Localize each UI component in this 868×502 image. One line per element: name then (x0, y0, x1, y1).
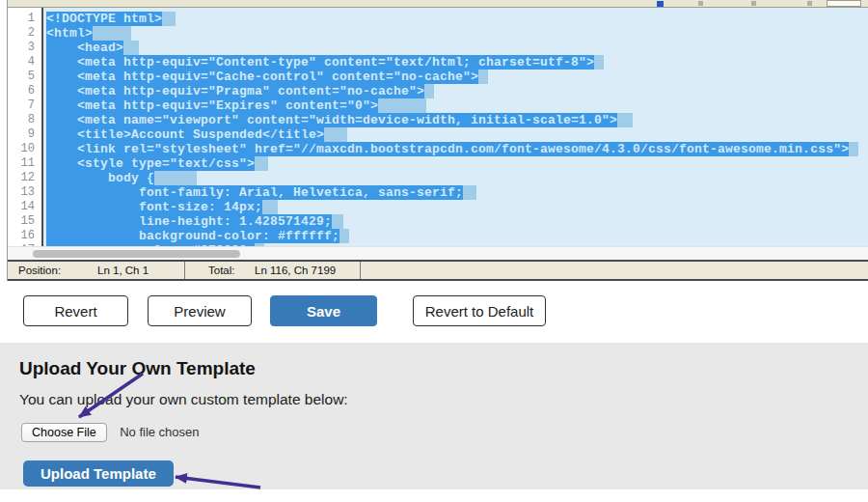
code-line: line-height: 1.428571429; (46, 214, 868, 229)
code-line: <!DOCTYPE html> (46, 12, 868, 26)
upload-template-button[interactable]: Upload Template (23, 460, 174, 487)
position-value: Ln 1, Ch 1 (97, 265, 149, 276)
toolbar-fragment-gray (751, 1, 756, 6)
toolbar-fragment-blue (657, 1, 664, 7)
toolbar-fragment-button[interactable] (827, 0, 861, 7)
code-line: <style type="text/css"> (46, 156, 868, 171)
line-number-gutter: 1234567891011121314151617 (8, 8, 43, 246)
action-button-row: Revert Preview Save Revert to Default (0, 295, 868, 326)
code-line: <meta name="viewport" content="width=dev… (46, 113, 868, 127)
code-line: <meta http-equiv="Cache-control" content… (46, 70, 868, 84)
code-line: background-color: #ffffff; (46, 229, 868, 243)
line-number: 16 (8, 229, 41, 243)
code-editor: 1234567891011121314151617 <!DOCTYPE html… (8, 8, 868, 246)
preview-button[interactable]: Preview (148, 295, 252, 326)
line-number: 2 (8, 26, 41, 41)
no-file-chosen-text: No file chosen (120, 423, 199, 442)
line-number: 7 (8, 98, 41, 113)
file-input-row: Choose File No file chosen (21, 423, 200, 442)
code-line: font-family: Arial, Helvetica, sans-seri… (46, 185, 868, 200)
line-number: 6 (8, 84, 41, 98)
line-number: 15 (8, 214, 41, 229)
line-number: 8 (8, 113, 41, 127)
line-number: 9 (8, 127, 41, 142)
line-number: 1 (8, 12, 41, 26)
line-number: 14 (8, 200, 41, 214)
status-divider (184, 262, 185, 279)
line-number: 12 (8, 171, 41, 185)
line-number: 3 (8, 41, 41, 55)
save-button[interactable]: Save (270, 295, 377, 326)
code-line: body { (46, 171, 868, 185)
line-number: 5 (8, 70, 41, 84)
toolbar-fragment-gray (807, 1, 812, 6)
toolbar-fragment-gray (698, 1, 703, 6)
revert-to-default-button[interactable]: Revert to Default (413, 295, 546, 326)
total-label: Total: (208, 265, 235, 276)
code-line: <head> (46, 41, 868, 55)
editor-frame: 1234567891011121314151617 <!DOCTYPE html… (7, 0, 868, 281)
total-value: Ln 116, Ch 7199 (255, 265, 336, 276)
upload-section-description: You can upload your own custom template … (19, 391, 348, 408)
code-line: <meta http-equiv="Pragma" content="no-ca… (46, 84, 868, 98)
code-line: <html> (46, 26, 868, 41)
code-line: <link rel="stylesheet" href="//maxcdn.bo… (46, 142, 868, 156)
code-line: <title>Account Suspended</title> (46, 127, 868, 142)
line-number: 13 (8, 185, 41, 200)
horizontal-scrollbar (8, 246, 868, 260)
status-divider (360, 262, 361, 279)
upload-template-section: Upload Your Own Template You can upload … (0, 343, 868, 489)
line-number: 10 (8, 142, 41, 156)
upload-section-heading: Upload Your Own Template (19, 358, 256, 379)
revert-button[interactable]: Revert (23, 295, 128, 326)
toolbar-clipped-strip (8, 0, 868, 8)
horizontal-scrollbar-thumb[interactable] (33, 250, 240, 258)
position-label: Position: (18, 265, 61, 276)
code-line: font-size: 14px; (46, 200, 868, 214)
line-number: 11 (8, 156, 41, 171)
code-line: <meta http-equiv="Content-type" content=… (46, 55, 868, 70)
code-line: <meta http-equiv="Expires" content="0"> (46, 98, 868, 113)
choose-file-button[interactable]: Choose File (21, 423, 107, 442)
code-area[interactable]: <!DOCTYPE html><html> <head> <meta http-… (43, 8, 868, 246)
line-number: 4 (8, 55, 41, 70)
editor-status-bar: Position: Ln 1, Ch 1 Total: Ln 116, Ch 7… (8, 260, 868, 281)
